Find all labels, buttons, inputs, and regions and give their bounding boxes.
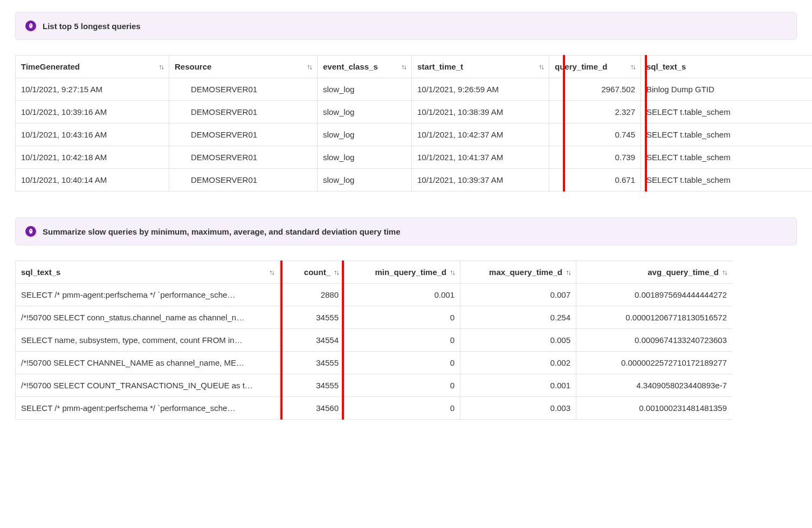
col-label: query_time_d [555,62,608,71]
cell-sql-text: SELECT /* pmm-agent:perfschema */ `perfo… [16,284,280,306]
cell-min: 0.001 [345,284,460,306]
table-row[interactable]: SELECT /* pmm-agent:perfschema */ `perfo… [16,397,733,420]
cell-count: 34555 [280,374,345,397]
cell-query-time: 2.327 [549,101,641,124]
col-avg-query-time[interactable]: avg_query_time_d↑↓ [576,261,733,284]
cell-resource: DEMOSERVER01 [169,78,318,101]
cell-sql-text: SELECT t.table_schem [641,124,813,146]
cell-query-time: 0.671 [549,169,641,191]
table-row[interactable]: /*!50700 SELECT conn_status.channel_name… [16,306,733,329]
cell-sql-text: /*!50700 SELECT conn_status.channel_name… [16,306,280,329]
cell-resource: DEMOSERVER01 [169,101,318,124]
cell-query-time: 0.745 [549,124,641,146]
cell-event-class: slow_log [318,124,412,146]
table-summary: sql_text_s↑↓ count_↑↓ min_query_time_d↑↓… [15,260,732,420]
cell-sql-text: SELECT name, subsystem, type, comment, c… [16,329,280,352]
sort-icon: ↑↓ [630,63,635,71]
sort-icon: ↑↓ [401,63,406,71]
col-resource[interactable]: Resource↑↓ [169,56,318,78]
cell-avg: 0.0018975694444444272 [576,284,733,306]
cell-sql-text: SELECT t.table_schem [641,101,813,124]
cell-max: 0.003 [460,397,576,420]
sort-icon: ↑↓ [307,63,312,71]
cell-start-time: 10/1/2021, 9:26:59 AM [412,78,549,101]
panel-title: Summarize slow queries by minimum, maxim… [43,227,401,236]
col-sql-text-s[interactable]: sql_text_s [641,56,813,78]
cell-resource: DEMOSERVER01 [169,124,318,146]
col-min-query-time[interactable]: min_query_time_d↑↓ [345,261,460,284]
table-row[interactable]: 10/1/2021, 9:27:15 AMDEMOSERVER01slow_lo… [16,78,813,101]
cell-event-class: slow_log [318,146,412,169]
cell-avg: 0.0000022572710172189277 [576,352,733,374]
cell-sql-text: /*!50700 SELECT CHANNEL_NAME as channel_… [16,352,280,374]
cell-event-class: slow_log [318,101,412,124]
cell-time-generated: 10/1/2021, 10:43:16 AM [16,124,169,146]
cell-resource: DEMOSERVER01 [169,169,318,191]
col-event-class-s[interactable]: event_class_s↑↓ [318,56,412,78]
cell-query-time: 0.739 [549,146,641,169]
col-label: sql_text_s [646,62,686,71]
sort-icon: ↑↓ [566,268,570,276]
cell-resource: DEMOSERVER01 [169,146,318,169]
cell-sql-text: Binlog Dump GTID [641,78,813,101]
cell-max: 0.254 [460,306,576,329]
table-row[interactable]: SELECT /* pmm-agent:perfschema */ `perfo… [16,284,733,306]
sort-icon: ↑↓ [450,268,455,276]
cell-min: 0 [345,306,460,329]
col-sql-text-s[interactable]: sql_text_s↑↓ [16,261,280,284]
cell-min: 0 [345,397,460,420]
cell-start-time: 10/1/2021, 10:41:37 AM [412,146,549,169]
cell-max: 0.002 [460,352,576,374]
cell-count: 2880 [280,284,345,306]
table-top5: TimeGenerated↑↓ Resource↑↓ event_class_s… [15,55,812,191]
cell-min: 0 [345,374,460,397]
cell-avg: 0.0009674133240723603 [576,329,733,352]
table-row[interactable]: /*!50700 SELECT CHANNEL_NAME as channel_… [16,352,733,374]
sort-icon: ↑↓ [159,63,163,71]
sort-icon: ↑↓ [334,268,339,276]
table-row[interactable]: 10/1/2021, 10:40:14 AMDEMOSERVER01slow_l… [16,169,813,191]
cell-max: 0.005 [460,329,576,352]
sort-icon: ↑↓ [269,268,274,276]
col-label: sql_text_s [21,268,60,277]
cell-max: 0.007 [460,284,576,306]
cell-start-time: 10/1/2021, 10:42:37 AM [412,124,549,146]
cell-time-generated: 10/1/2021, 10:39:16 AM [16,101,169,124]
col-start-time-t[interactable]: start_time_t↑↓ [412,56,549,78]
sort-icon: ↑↓ [722,268,727,276]
cell-event-class: slow_log [318,78,412,101]
table-row[interactable]: /*!50700 SELECT COUNT_TRANSACTIONS_IN_QU… [16,374,733,397]
cell-start-time: 10/1/2021, 10:39:37 AM [412,169,549,191]
col-label: start_time_t [417,62,463,71]
cell-sql-text: SELECT t.table_schem [641,169,813,191]
cell-min: 0 [345,352,460,374]
table-row[interactable]: 10/1/2021, 10:39:16 AMDEMOSERVER01slow_l… [16,101,813,124]
col-max-query-time[interactable]: max_query_time_d↑↓ [460,261,576,284]
rocket-icon [25,226,36,237]
table-row[interactable]: 10/1/2021, 10:43:16 AMDEMOSERVER01slow_l… [16,124,813,146]
table-row[interactable]: SELECT name, subsystem, type, comment, c… [16,329,733,352]
cell-count: 34554 [280,329,345,352]
cell-max: 0.001 [460,374,576,397]
rocket-icon [25,20,36,31]
cell-min: 0 [345,329,460,352]
col-label: min_query_time_d [375,268,446,277]
sort-icon: ↑↓ [539,63,543,71]
col-label: avg_query_time_d [648,268,719,277]
cell-event-class: slow_log [318,169,412,191]
cell-time-generated: 10/1/2021, 9:27:15 AM [16,78,169,101]
cell-time-generated: 10/1/2021, 10:42:18 AM [16,146,169,169]
cell-count: 34555 [280,352,345,374]
cell-query-time: 2967.502 [549,78,641,101]
col-count[interactable]: count_↑↓ [280,261,345,284]
col-label: max_query_time_d [489,268,562,277]
col-query-time-d[interactable]: query_time_d↑↓ [549,56,641,78]
panel-header-summarize: Summarize slow queries by minimum, maxim… [15,217,797,245]
cell-count: 34555 [280,306,345,329]
table-row[interactable]: 10/1/2021, 10:42:18 AMDEMOSERVER01slow_l… [16,146,813,169]
cell-count: 34560 [280,397,345,420]
col-label: Resource [175,62,211,71]
panel-title: List top 5 longest queries [43,22,141,31]
col-label: TimeGenerated [21,62,80,71]
col-time-generated[interactable]: TimeGenerated↑↓ [16,56,169,78]
